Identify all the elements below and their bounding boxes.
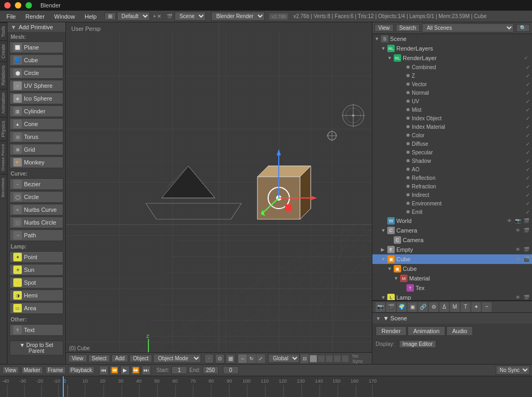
timeline-marker-btn[interactable]: Marker [21, 366, 43, 374]
prop-object-icon[interactable]: ▣ [408, 302, 417, 312]
end-frame-input[interactable] [203, 366, 219, 374]
mesh-cone-btn[interactable]: ▲ Cone [10, 118, 63, 130]
menu-render[interactable]: Render [21, 12, 49, 21]
mesh-plane-btn[interactable]: ⬜ Plane [10, 42, 63, 53]
layer-5[interactable] [342, 355, 349, 362]
prop-scene-icon[interactable]: 🎬 [386, 302, 396, 312]
vtab-grease[interactable]: Grease Pencil [0, 140, 7, 174]
lamp-sun-btn[interactable]: ☀ Sun [10, 264, 63, 276]
layer-2[interactable] [318, 355, 325, 362]
outliner-search-btn[interactable]: Search [396, 24, 420, 32]
empty-eye[interactable]: 👁 [514, 246, 521, 253]
mode-select[interactable]: Object Mode [153, 354, 201, 363]
menu-file[interactable]: File [2, 12, 20, 21]
engine-select[interactable]: Blender Render [211, 12, 265, 21]
timeline-ruler[interactable]: -40 -30 -20 -10 0 10 20 30 40 50 [0, 376, 532, 397]
world-render[interactable]: 🎬 [522, 217, 530, 225]
curve-path-btn[interactable]: → Path [10, 229, 63, 241]
render-btn[interactable]: Render [376, 326, 406, 336]
mesh-cube-btn[interactable]: 🟦 Cube [10, 54, 63, 66]
curve-nurbs-btn[interactable]: ≈ Nurbs Curve [10, 204, 63, 216]
prop-render-icon[interactable]: 📷 [376, 302, 385, 312]
mesh-monkey-btn[interactable]: 🐒 Monkey [10, 156, 63, 168]
vtab-create[interactable]: Create [0, 40, 7, 62]
lamp-point-btn[interactable]: ✦ Point [10, 251, 63, 263]
vp-select-btn[interactable]: Select [88, 354, 111, 362]
camera-group-eye[interactable]: 👁 [514, 227, 521, 234]
mesh-cylinder-btn[interactable]: ▥ Cylinder [10, 105, 63, 117]
pivot-btn[interactable]: · [204, 354, 214, 363]
layer-3[interactable] [326, 355, 333, 362]
scene-select[interactable]: Scene [174, 12, 206, 21]
prop-data-icon[interactable]: Δ [439, 302, 449, 312]
vtab-animation[interactable]: Animation [0, 89, 7, 117]
image-editor-label[interactable]: Image Editor [399, 340, 437, 348]
play-ctrl-end[interactable]: ⏭ [142, 366, 151, 375]
curve-bezier-btn[interactable]: ~ Bezier [10, 178, 63, 190]
outliner-item-renderlayers[interactable]: ▼ RL RenderLayers [372, 44, 532, 53]
prop-modifiers-icon[interactable]: ⚙ [429, 302, 438, 312]
audio-btn[interactable]: Audio [446, 326, 473, 336]
scale-btn[interactable]: ⤢ [256, 354, 265, 363]
viewport[interactable]: User Persp [66, 22, 372, 364]
rotate-btn[interactable]: ↻ [247, 354, 256, 363]
lamp-eye[interactable]: 👁 [514, 294, 521, 300]
renderlayer-check[interactable]: ✓ [522, 54, 530, 62]
vp-add-btn[interactable]: Add [111, 354, 128, 362]
outliner-item-world[interactable]: ▶ W World 👁 📷 🎬 [372, 216, 532, 226]
lamp-spot-btn[interactable]: ⚡ Spot [10, 277, 63, 288]
prop-material-icon[interactable]: M [450, 302, 460, 312]
outliner-item-tex[interactable]: ▶ T Tex [372, 283, 532, 293]
menu-window[interactable]: Window [50, 12, 79, 21]
world-eye[interactable]: 👁 [505, 217, 513, 225]
outliner-item-camera-obj[interactable]: ▶ C Camera [372, 235, 532, 245]
outliner-search-icon[interactable]: 🔍 [516, 24, 530, 32]
scenes-filter-select[interactable]: All Scenes [422, 23, 514, 32]
close-button[interactable] [4, 2, 11, 9]
outliner-view-btn[interactable]: View [375, 24, 394, 32]
vtab-blendweb[interactable]: BlendWeb [0, 174, 7, 201]
camera-group-render[interactable]: 🎬 [522, 227, 530, 234]
lamp-area-btn[interactable]: ▭ Area [10, 302, 63, 314]
world-camera[interactable]: 📷 [514, 217, 521, 225]
play-ctrl-prev[interactable]: ⏪ [110, 366, 119, 375]
layers-btn[interactable]: ⊟ [301, 354, 309, 363]
cube-render[interactable]: 🎬 [522, 255, 530, 263]
start-frame-input[interactable] [171, 366, 187, 374]
vp-object-btn[interactable]: Object [129, 354, 152, 362]
prop-world-icon[interactable]: 🌍 [397, 302, 406, 312]
outliner-item-empty[interactable]: ▶ E Empty 👁 🎬 [372, 245, 532, 254]
play-ctrl-next[interactable]: ⏩ [131, 366, 140, 375]
timeline-view-btn[interactable]: View [2, 366, 19, 374]
prop-physics-icon[interactable]: ~ [482, 302, 492, 312]
outliner-item-scene[interactable]: ▼ S Scene [372, 34, 532, 44]
current-frame-input[interactable] [223, 366, 239, 374]
play-ctrl-start[interactable]: ⏮ [99, 366, 109, 375]
outliner-item-cube-mesh[interactable]: ▼ ▣ Cube [372, 264, 532, 274]
animation-btn[interactable]: Animation [408, 326, 445, 336]
mesh-uvsphere-btn[interactable]: ○ UV Sphere [10, 80, 63, 92]
vtab-tools[interactable]: Tools [0, 22, 7, 40]
mesh-icosphere-btn[interactable]: ◈ Ico Sphere [10, 93, 63, 104]
mesh-grid-btn[interactable]: ⊞ Grid [10, 144, 63, 155]
menu-help[interactable]: Help [80, 12, 101, 21]
lamp-hemi-btn[interactable]: ◑ Hemi [10, 290, 63, 301]
cube-eye[interactable]: 👁 [514, 255, 521, 263]
prop-constraints-icon[interactable]: 🔗 [418, 302, 428, 312]
layout-select[interactable]: Default [117, 12, 150, 21]
magnet-btn[interactable]: ⊙ [215, 354, 225, 363]
layer-1[interactable] [310, 355, 317, 362]
curve-nurbs-circle-btn[interactable]: ◌ Nurbs Circle [10, 217, 63, 228]
vtab-relations[interactable]: Relations [0, 62, 7, 89]
play-ctrl-play[interactable]: ▶ [120, 366, 130, 375]
transform-space-select[interactable]: Global [268, 354, 300, 363]
timeline-frame-btn[interactable]: Frame [45, 366, 66, 374]
empty-render[interactable]: 🎬 [522, 246, 530, 253]
translate-btn[interactable]: ↔ [238, 354, 247, 363]
outliner-item-material[interactable]: ▼ M Material [372, 274, 532, 283]
layer-4[interactable] [334, 355, 341, 362]
snap-btn[interactable]: ▦ [226, 354, 235, 363]
lamp-render[interactable]: 🎬 [522, 294, 530, 300]
mesh-circle-btn[interactable]: ⬤ Circle [10, 67, 63, 79]
outliner-item-lamp-group[interactable]: ▼ L Lamp 👁 🎬 [372, 293, 532, 300]
